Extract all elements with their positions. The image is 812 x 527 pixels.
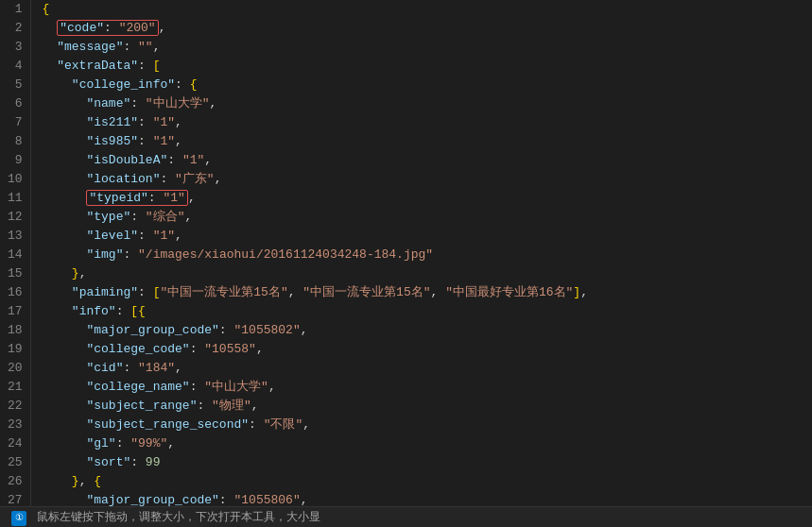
code-line-4: "extraData": [ [43, 57, 812, 76]
line-number-7: 7 [8, 113, 23, 132]
line-number-9: 9 [8, 151, 23, 170]
code-line-23: "subject_range_second": "不限", [43, 416, 812, 434]
code-line-19: "college_code": "10558", [43, 340, 812, 359]
code-line-8: "is985": "1", [43, 132, 812, 151]
line-number-13: 13 [8, 227, 23, 246]
line-number-21: 21 [8, 378, 23, 397]
code-line-10: "location": "广东", [43, 170, 812, 189]
code-line-9: "isDoubleA": "1", [43, 151, 812, 170]
line-number-17: 17 [8, 302, 23, 321]
line-number-5: 5 [8, 76, 23, 94]
code-line-2: "code": "200", [43, 19, 812, 38]
code-line-20: "cid": "184", [43, 359, 812, 378]
code-area: 1234567891011121314151617181920212223242… [0, 0, 812, 506]
code-line-12: "type": "综合", [43, 208, 812, 227]
line-number-23: 23 [8, 416, 23, 434]
line-number-2: 2 [8, 19, 23, 38]
line-number-4: 4 [8, 57, 23, 76]
line-number-27: 27 [8, 491, 23, 506]
line-number-22: 22 [8, 397, 23, 416]
line-number-14: 14 [8, 246, 23, 264]
line-number-3: 3 [8, 38, 23, 57]
code-line-18: "major_group_code": "1055802", [43, 321, 812, 340]
code-line-14: "img": "/images/xiaohui/20161124034248-1… [43, 246, 812, 264]
code-line-7: "is211": "1", [43, 113, 812, 132]
line-number-24: 24 [8, 434, 23, 453]
line-number-6: 6 [8, 94, 23, 113]
tooltip-text: ① 鼠标左键按下拖动，调整大小，下次打开本工具，大小显 [8, 509, 320, 526]
line-number-25: 25 [8, 453, 23, 472]
code-line-15: }, [43, 264, 812, 283]
code-line-21: "college_name": "中山大学", [43, 378, 812, 397]
line-number-16: 16 [8, 283, 23, 302]
line-number-10: 10 [8, 170, 23, 189]
line-number-19: 19 [8, 340, 23, 359]
code-line-27: "major_group_code": "1055806", [43, 491, 812, 506]
code-line-22: "subject_range": "物理", [43, 397, 812, 416]
code-line-26: }, { [43, 472, 812, 491]
line-number-1: 1 [8, 0, 23, 19]
code-line-6: "name": "中山大学", [43, 94, 812, 113]
code-line-3: "message": "", [43, 38, 812, 57]
code-line-24: "gl": "99%", [43, 434, 812, 453]
line-number-18: 18 [8, 321, 23, 340]
line-number-12: 12 [8, 208, 23, 227]
code-line-1: { [43, 0, 812, 19]
code-line-17: "info": [{ [43, 302, 812, 321]
line-number-11: 11 [8, 189, 23, 208]
line-number-26: 26 [8, 472, 23, 491]
editor-container: 1234567891011121314151617181920212223242… [0, 0, 812, 527]
line-number-15: 15 [8, 264, 23, 283]
line-number-8: 8 [8, 132, 23, 151]
code-line-16: "paiming": ["中国一流专业第15名", "中国一流专业第15名", … [43, 283, 812, 302]
line-numbers: 1234567891011121314151617181920212223242… [0, 0, 31, 506]
code-line-5: "college_info": { [43, 76, 812, 94]
code-line-13: "level": "1", [43, 227, 812, 246]
tooltip-bar: ① 鼠标左键按下拖动，调整大小，下次打开本工具，大小显 [0, 506, 812, 527]
code-line-25: "sort": 99 [43, 453, 812, 472]
code-content[interactable]: { "code": "200", "message": "", "extraDa… [31, 0, 812, 506]
line-number-20: 20 [8, 359, 23, 378]
tooltip-icon: ① [11, 511, 26, 526]
code-line-11: "typeid": "1", [43, 189, 812, 208]
